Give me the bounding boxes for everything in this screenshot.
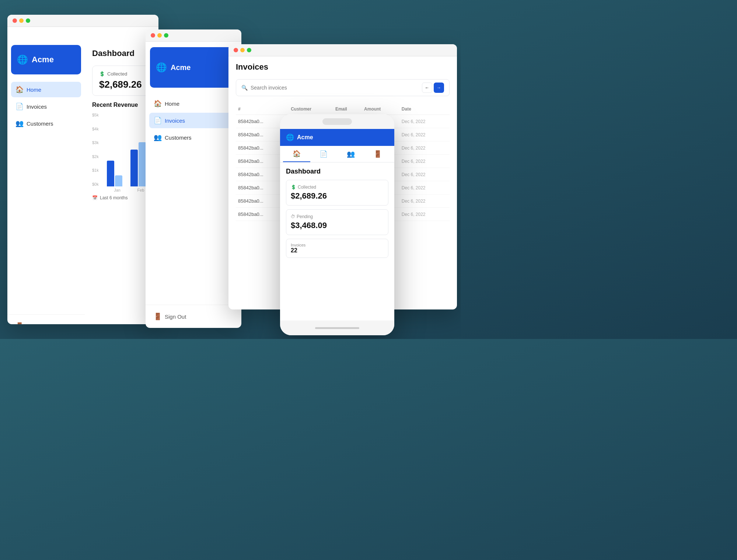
close-button-3[interactable] — [234, 48, 238, 52]
phone-pending-label: ⏱ Pending — [291, 214, 384, 219]
minimize-button-3[interactable] — [240, 48, 245, 52]
col-email: Email — [333, 104, 362, 115]
col-date: Date — [399, 104, 450, 115]
collected-stat-card: 💲 Collected $2,689.26 — [92, 66, 151, 96]
table-header: # Customer Email Amount Date — [236, 104, 450, 115]
invoices-icon-2: 📄 — [154, 116, 161, 125]
phone-nav: 🏠 📄 👥 🚪 — [280, 146, 394, 162]
next-page-button[interactable]: → — [434, 83, 444, 93]
home-icon-2: 🏠 — [154, 99, 161, 108]
phone-invoices-label: Invoices — [291, 243, 384, 247]
signout-label-1: Sign Out — [27, 323, 48, 325]
nav-items-1: 🏠 Home 📄 Invoices 👥 Customers — [7, 78, 85, 314]
phone-invoices-count: 22 — [291, 247, 384, 254]
invoices-label-2: Invoices — [165, 118, 185, 124]
prev-page-button[interactable]: ← — [422, 83, 432, 93]
window-chrome-1 — [7, 15, 158, 27]
collected-label: 💲 Collected — [99, 71, 144, 77]
minimize-button[interactable] — [19, 18, 24, 23]
sign-out-button-2[interactable]: 🚪 Sign Out — [149, 309, 238, 324]
sidebar-item-invoices[interactable]: 📄 Invoices — [11, 99, 81, 114]
phone-header: 🌐 Acme — [280, 129, 394, 146]
sign-out-area-1: 🚪 Sign Out — [7, 314, 85, 324]
phone-signout-icon: 🚪 — [374, 150, 382, 158]
sign-out-area-2: 🚪 Sign Out — [146, 305, 241, 328]
phone-collected-value: $2,689.26 — [291, 191, 384, 201]
phone-collected-label: 💲 Collected — [291, 185, 384, 190]
logo-area-2: 🌐 Acme — [150, 47, 237, 88]
desktop-window-2: 🌐 Acme 🏠 Home 📄 Invoices 👥 Customers 🚪 S… — [146, 29, 241, 328]
phone-logo-text: Acme — [297, 134, 313, 141]
logo-text-2: Acme — [171, 63, 191, 72]
close-button[interactable] — [13, 18, 17, 23]
home-icon: 🏠 — [15, 85, 23, 94]
globe-icon: 🌐 — [17, 55, 28, 65]
signout-icon-2: 🚪 — [154, 312, 161, 321]
col-customer: Customer — [289, 104, 333, 115]
phone-page-title: Dashboard — [286, 168, 388, 175]
page-title-1: Dashboard — [92, 49, 151, 58]
phone-pending-card: ⏱ Pending $3,468.09 — [286, 209, 388, 235]
phone-footer — [280, 321, 394, 335]
home-label: Home — [27, 87, 41, 93]
phone-nav-home[interactable]: 🏠 — [283, 146, 310, 162]
phone-home-icon: 🏠 — [293, 150, 301, 158]
invoices-label: Invoices — [27, 104, 47, 110]
customers-icon: 👥 — [15, 119, 23, 127]
phone-nav-signout[interactable]: 🚪 — [364, 146, 392, 162]
bar-group-jan — [107, 161, 128, 186]
nav-items-2: 🏠 Home 📄 Invoices 👥 Customers — [146, 92, 241, 305]
search-input[interactable] — [251, 85, 419, 91]
collected-icon: 💲 — [99, 71, 105, 77]
bar-feb-blue — [130, 150, 138, 186]
phone-notch — [322, 118, 352, 125]
chart-container: Recent Revenue $5k $4k $3k $2k $1k $0k — [92, 102, 151, 200]
sidebar2-item-customers[interactable]: 👥 Customers — [149, 130, 238, 145]
logo-text-1: Acme — [32, 55, 54, 64]
invoices-icon: 📄 — [15, 102, 23, 111]
phone-chrome — [280, 114, 394, 129]
globe-icon-2: 🌐 — [156, 62, 167, 73]
bar-jan-light — [115, 175, 122, 186]
window-chrome-3 — [228, 44, 457, 56]
bar-feb-light — [139, 142, 146, 186]
sidebar2-item-invoices[interactable]: 📄 Invoices — [149, 113, 238, 128]
traffic-lights-1 — [13, 18, 30, 23]
sign-out-button-1[interactable]: 🚪 Sign Out — [11, 318, 81, 324]
phone-main: Dashboard 💲 Collected $2,689.26 ⏱ Pendin… — [280, 162, 394, 263]
collected-value: $2,689.26 — [99, 79, 144, 90]
chart-title: Recent Revenue — [92, 102, 151, 108]
chart-area: $5k $4k $3k $2k $1k $0k — [92, 113, 151, 186]
traffic-lights-2 — [151, 33, 168, 38]
sidebar-item-home[interactable]: 🏠 Home — [11, 82, 81, 97]
minimize-button-2[interactable] — [157, 33, 162, 38]
window-chrome-2 — [146, 29, 241, 42]
sidebar-item-customers[interactable]: 👥 Customers — [11, 116, 81, 131]
phone-globe-icon: 🌐 — [286, 133, 294, 141]
logo-area-1: 🌐 Acme — [11, 45, 81, 74]
phone-home-bar — [315, 327, 359, 329]
phone-invoices-card: Invoices 22 — [286, 239, 388, 258]
calendar-icon: 📅 — [92, 195, 98, 200]
search-icon: 🔍 — [241, 85, 248, 91]
fullscreen-button-3[interactable] — [247, 48, 251, 52]
close-button-2[interactable] — [151, 33, 155, 38]
customers-icon-2: 👥 — [154, 133, 161, 141]
y-axis-labels: $5k $4k $3k $2k $1k $0k — [92, 113, 99, 186]
date-filter[interactable]: 📅 Last 6 months — [92, 195, 151, 200]
phone-nav-customers[interactable]: 👥 — [337, 146, 364, 162]
phone-nav-invoices[interactable]: 📄 — [310, 146, 338, 162]
sidebar2-item-home[interactable]: 🏠 Home — [149, 96, 238, 111]
phone-customers-icon: 👥 — [347, 150, 355, 158]
customers-label-2: Customers — [165, 134, 192, 141]
phone-collected-card: 💲 Collected $2,689.26 — [286, 180, 388, 206]
phone-collected-icon: 💲 — [291, 185, 296, 190]
fullscreen-button-2[interactable] — [164, 33, 168, 38]
col-amount: Amount — [362, 104, 399, 115]
fullscreen-button[interactable] — [26, 18, 30, 23]
mobile-window: 🌐 Acme 🏠 📄 👥 🚪 Dashboard 💲 Collecte — [280, 114, 394, 335]
phone-pending-icon: ⏱ — [291, 214, 295, 219]
signout-label-2: Sign Out — [165, 314, 186, 320]
desktop-window-main: 🌐 Acme 🏠 Home 📄 Invoices 👥 Customers — [7, 15, 158, 324]
search-bar[interactable]: 🔍 ← → — [236, 79, 450, 96]
